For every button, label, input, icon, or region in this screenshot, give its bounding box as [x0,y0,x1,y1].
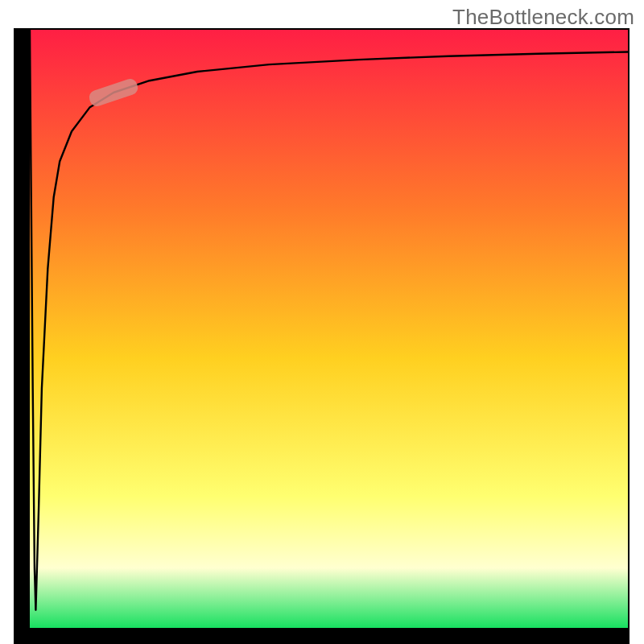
frame-top [14,28,630,30]
frame-right [628,28,630,644]
axis-left [14,28,30,644]
plot-background [30,30,628,628]
chart-stage: TheBottleneck.com [0,0,644,644]
axis-bottom [14,628,630,644]
bottleneck-chart [0,0,644,644]
